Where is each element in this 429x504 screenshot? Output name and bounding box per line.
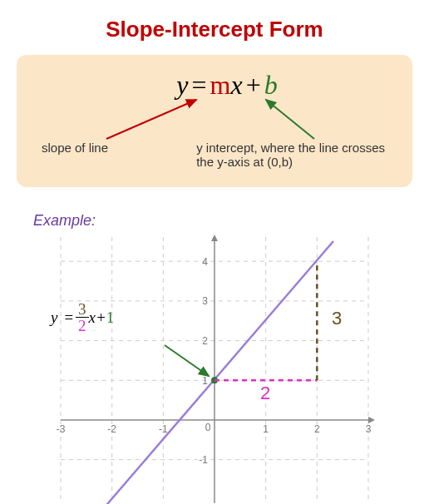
example-section: Example: <box>17 204 412 504</box>
eq-denominator: 2 <box>76 318 89 334</box>
slope-intercept-formula: y=mx+b <box>33 70 396 101</box>
var-x: x <box>230 70 242 100</box>
eq-fraction: 32 <box>76 301 89 334</box>
example-label: Example: <box>33 212 396 230</box>
slope-label: slope of line <box>33 141 186 169</box>
xtick-neg3: -3 <box>57 423 66 435</box>
intercept-label: y intercept, where the line crosses the … <box>196 141 396 169</box>
ytick-4: 4 <box>202 256 208 268</box>
xtick-3: 3 <box>366 423 372 435</box>
equals-sign: = <box>189 70 210 100</box>
svg-line-1 <box>266 100 314 139</box>
plotted-line <box>103 241 333 504</box>
annotation-labels: slope of line y intercept, where the lin… <box>33 141 396 169</box>
svg-marker-13 <box>368 417 375 423</box>
eq-lhs: y <box>51 309 57 326</box>
ytick-1: 1 <box>202 375 208 387</box>
var-y: y <box>176 70 188 100</box>
svg-line-0 <box>106 100 196 139</box>
xtick-2: 2 <box>314 423 320 435</box>
var-m: m <box>210 70 231 100</box>
intercept-arrow <box>165 345 209 376</box>
run-label: 2 <box>260 383 270 403</box>
eq-numerator: 3 <box>76 301 89 318</box>
xtick-neg2: -2 <box>107 423 116 435</box>
example-equation: y =32x+1 <box>51 303 114 335</box>
rise-label: 3 <box>332 308 342 329</box>
page-title: Slope-Intercept Form <box>17 17 412 42</box>
eq-var: x <box>89 309 96 326</box>
formula-box: y=mx+b slope of line y intercept, where … <box>17 55 412 187</box>
plus-sign: + <box>243 70 264 100</box>
ytick-3: 3 <box>202 295 208 307</box>
xtick-1: 1 <box>263 423 269 435</box>
ytick-neg1: -1 <box>199 454 208 466</box>
origin-label: 0 <box>205 422 211 433</box>
svg-marker-14 <box>211 235 218 241</box>
eq-plus: + <box>96 309 106 326</box>
coordinate-graph: -3 -2 -1 1 2 3 0 -1 1 2 3 4 <box>36 233 393 504</box>
eq-const: 1 <box>106 309 115 326</box>
eq-equals: = <box>62 309 76 326</box>
var-b: b <box>264 70 278 100</box>
xtick-neg1: -1 <box>159 423 168 435</box>
graph-container: -3 -2 -1 1 2 3 0 -1 1 2 3 4 <box>36 233 393 504</box>
ytick-2: 2 <box>202 335 208 347</box>
